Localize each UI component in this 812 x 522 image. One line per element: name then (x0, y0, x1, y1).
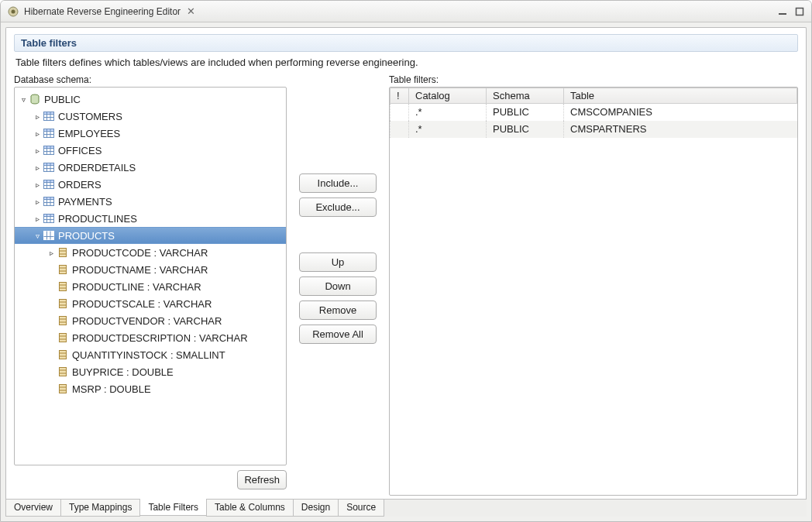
maximize-icon[interactable] (793, 5, 807, 18)
tree-label: OFFICES (58, 145, 102, 156)
svg-rect-41 (44, 232, 54, 234)
exclude-button[interactable]: Exclude... (299, 197, 377, 217)
refresh-button[interactable]: Refresh (237, 470, 287, 489)
tree-label: CUSTOMERS (58, 111, 122, 122)
schema-root-icon (29, 93, 41, 105)
col-header-catalog[interactable]: Catalog (409, 88, 487, 104)
table-offices-icon (43, 144, 55, 156)
svg-rect-66 (60, 368, 67, 376)
tree-label: PRODUCTDESCRIPTION : VARCHAR (72, 332, 248, 344)
svg-point-1 (12, 9, 15, 13)
svg-rect-57 (60, 317, 67, 325)
window-title: Hibernate Reverse Engineering Editor (24, 6, 181, 17)
tab-source[interactable]: Source (338, 500, 384, 517)
tab-table-filters[interactable]: Table Filters (139, 499, 207, 516)
schema-root[interactable]: ▿PUBLIC (15, 91, 286, 108)
remove-all-button[interactable]: Remove All (299, 325, 377, 344)
col-header-table[interactable]: Table (564, 88, 797, 104)
twisty-icon[interactable]: ▹ (32, 215, 43, 223)
cell-bang (391, 104, 409, 121)
svg-rect-21 (44, 163, 54, 166)
table-row[interactable]: .*PUBLICCMSPARTNERS (391, 121, 797, 138)
table-employees-icon (43, 127, 55, 139)
column-item[interactable]: PRODUCTNAME : VARCHAR (15, 261, 286, 278)
remove-button[interactable]: Remove (299, 300, 377, 320)
table-orders-icon (43, 178, 55, 191)
column-item-icon (57, 349, 69, 361)
twisty-icon[interactable]: ▹ (32, 197, 43, 206)
page-title: Table filters (14, 34, 798, 52)
twisty-icon[interactable]: ▿ (18, 95, 29, 104)
column-item-icon (57, 366, 69, 378)
table-orders[interactable]: ▹ORDERS (15, 176, 286, 193)
svg-rect-11 (44, 129, 54, 132)
twisty-icon[interactable]: ▿ (32, 232, 43, 240)
column-item[interactable]: PRODUCTVENDOR : VARCHAR (15, 312, 286, 329)
column-item-icon (57, 280, 69, 293)
col-header-bang[interactable]: ! (391, 88, 409, 104)
table-productlines[interactable]: ▹PRODUCTLINES (15, 210, 286, 227)
svg-rect-54 (60, 300, 67, 308)
cell-catalog: .* (409, 104, 487, 121)
tab-type-mappings[interactable]: Type Mappings (60, 500, 140, 517)
table-payments-icon (43, 195, 55, 208)
column-item[interactable]: BUYPRICE : DOUBLE (15, 363, 286, 380)
close-tab-icon[interactable]: ✕ (187, 6, 195, 16)
tree-label: MSRP : DOUBLE (72, 383, 151, 395)
svg-rect-3 (797, 8, 803, 15)
cell-table: CMSCOMPANIES (564, 104, 797, 121)
svg-rect-36 (44, 215, 54, 217)
tree-label: PRODUCTVENDOR : VARCHAR (72, 315, 222, 327)
table-payments[interactable]: ▹PAYMENTS (15, 193, 286, 210)
column-item[interactable]: PRODUCTLINE : VARCHAR (15, 278, 286, 295)
svg-rect-6 (44, 112, 54, 115)
table-products-icon (43, 229, 55, 242)
titlebar: Hibernate Reverse Engineering Editor ✕ (1, 1, 811, 22)
tree-label: PAYMENTS (58, 196, 112, 208)
schema-panel-label: Database schema: (14, 74, 287, 85)
svg-rect-31 (44, 197, 54, 200)
column-item-icon (57, 297, 69, 310)
column-item[interactable]: MSRP : DOUBLE (15, 380, 286, 397)
tab-overview[interactable]: Overview (5, 500, 61, 517)
table-products[interactable]: ▿PRODUCTS (15, 227, 286, 244)
twisty-icon[interactable]: ▹ (46, 249, 57, 257)
table-orderdetails[interactable]: ▹ORDERDETAILS (15, 159, 286, 176)
column-item-icon (57, 383, 69, 395)
svg-rect-69 (60, 385, 67, 393)
filters-table-box: ! Catalog Schema Table .*PUBLICCMSCOMPAN… (389, 87, 798, 496)
twisty-icon[interactable]: ▹ (32, 180, 43, 189)
column-item[interactable]: PRODUCTDESCRIPTION : VARCHAR (15, 329, 286, 346)
table-offices[interactable]: ▹OFFICES (15, 142, 286, 159)
twisty-icon[interactable]: ▹ (32, 129, 43, 138)
tree-label: ORDERS (58, 179, 102, 191)
col-header-schema[interactable]: Schema (487, 88, 564, 104)
hibernate-icon (7, 5, 19, 18)
table-employees[interactable]: ▹EMPLOYEES (15, 125, 286, 142)
down-button[interactable]: Down (299, 276, 377, 296)
twisty-icon[interactable]: ▹ (32, 146, 43, 155)
column-item[interactable]: ▹PRODUCTCODE : VARCHAR (15, 244, 286, 261)
cell-table: CMSPARTNERS (564, 121, 797, 138)
tab-table-columns[interactable]: Table & Columns (206, 500, 294, 517)
twisty-icon[interactable]: ▹ (32, 163, 43, 172)
twisty-icon[interactable]: ▹ (32, 112, 43, 121)
schema-tree[interactable]: ▿PUBLIC▹CUSTOMERS▹EMPLOYEES▹OFFICES▹ORDE… (14, 87, 287, 465)
action-buttons: Include... Exclude... Up Down Remove Rem… (299, 74, 377, 496)
filters-table[interactable]: ! Catalog Schema Table .*PUBLICCMSCOMPAN… (390, 88, 797, 138)
cell-schema: PUBLIC (487, 104, 564, 121)
table-customers[interactable]: ▹CUSTOMERS (15, 108, 286, 125)
include-button[interactable]: Include... (299, 173, 377, 193)
cell-catalog: .* (409, 121, 487, 138)
tree-label: PRODUCTLINE : VARCHAR (72, 281, 201, 293)
tree-label: QUANTITYINSTOCK : SMALLINT (72, 349, 225, 361)
column-item[interactable]: QUANTITYINSTOCK : SMALLINT (15, 346, 286, 363)
svg-rect-48 (60, 266, 67, 274)
tree-label: BUYPRICE : DOUBLE (72, 366, 174, 378)
svg-rect-63 (60, 351, 67, 359)
minimize-icon[interactable] (776, 5, 790, 18)
up-button[interactable]: Up (299, 252, 377, 272)
column-item[interactable]: PRODUCTSCALE : VARCHAR (15, 295, 286, 312)
table-row[interactable]: .*PUBLICCMSCOMPANIES (391, 104, 797, 121)
tab-design[interactable]: Design (293, 500, 339, 517)
